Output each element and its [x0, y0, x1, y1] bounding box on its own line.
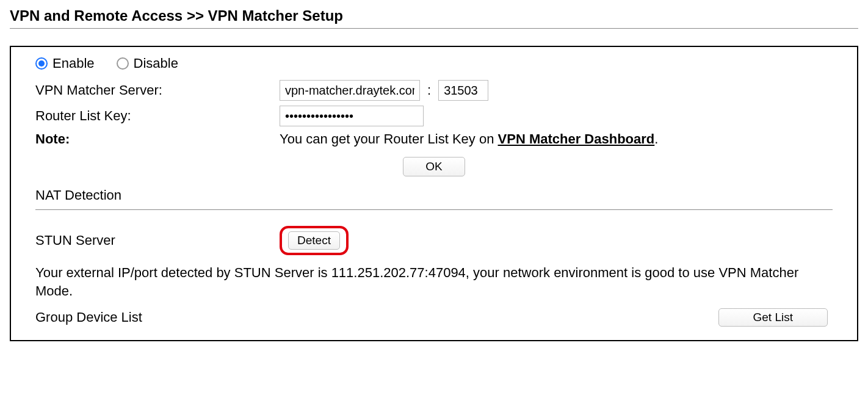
title-divider — [10, 28, 858, 29]
enable-radio-label: Enable — [52, 56, 95, 71]
note-text-suffix: . — [654, 131, 658, 147]
ok-row: OK — [35, 157, 833, 176]
server-row: VPN Matcher Server: : — [35, 80, 833, 101]
note-text-prefix: You can get your Router List Key on — [280, 131, 498, 147]
ok-button[interactable]: OK — [403, 157, 465, 176]
vpn-matcher-dashboard-link[interactable]: VPN Matcher Dashboard — [498, 131, 655, 147]
detect-button[interactable]: Detect — [288, 231, 340, 250]
router-key-input[interactable] — [280, 106, 424, 126]
note-row: Note: You can get your Router List Key o… — [35, 131, 833, 147]
group-device-row: Group Device List Get List — [35, 308, 833, 327]
get-list-button[interactable]: Get List — [718, 308, 828, 327]
settings-panel: Enable Disable VPN Matcher Server: : Rou… — [10, 46, 858, 341]
server-port-input[interactable] — [438, 80, 488, 101]
note-text-container: You can get your Router List Key on VPN … — [280, 131, 833, 147]
breadcrumb: VPN and Remote Access >> VPN Matcher Set… — [10, 7, 858, 24]
disable-radio[interactable]: Disable — [117, 56, 178, 71]
server-host-input[interactable] — [280, 80, 420, 101]
router-key-label: Router List Key: — [35, 108, 280, 124]
note-label: Note: — [35, 131, 280, 147]
nat-divider — [35, 209, 833, 210]
group-device-label: Group Device List — [35, 309, 280, 325]
stun-row: STUN Server Detect — [35, 226, 833, 255]
stun-result-text: Your external IP/port detected by STUN S… — [35, 264, 833, 300]
nat-detection-heading: NAT Detection — [35, 187, 833, 203]
router-key-row: Router List Key: — [35, 106, 833, 126]
stun-label: STUN Server — [35, 233, 280, 248]
radio-icon — [35, 57, 48, 70]
enable-disable-group: Enable Disable — [35, 56, 833, 71]
enable-radio[interactable]: Enable — [35, 56, 95, 71]
detect-highlight: Detect — [280, 226, 349, 255]
disable-radio-label: Disable — [134, 56, 178, 71]
server-colon: : — [427, 82, 431, 98]
server-label: VPN Matcher Server: — [35, 82, 280, 98]
radio-icon — [117, 57, 129, 70]
